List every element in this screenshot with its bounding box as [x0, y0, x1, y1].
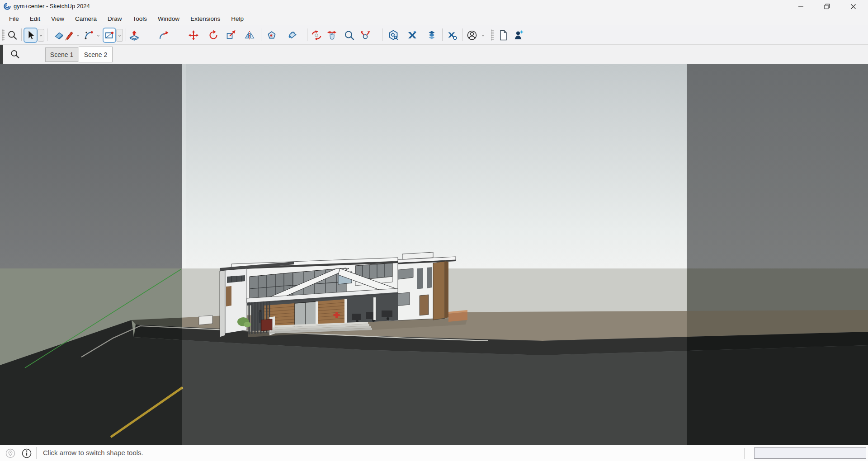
menu-window[interactable]: Window: [152, 14, 185, 24]
title-bar: gym+center - SketchUp 2024: [0, 0, 868, 13]
status-bar: Click arrow to switch shape tools.: [0, 445, 868, 461]
select-dropdown-button[interactable]: [38, 29, 44, 42]
building-model: [199, 252, 467, 337]
restore-button[interactable]: [815, 0, 839, 13]
sky: [0, 64, 868, 277]
tab-scene-1[interactable]: Scene 1: [45, 47, 78, 62]
menu-view[interactable]: View: [46, 14, 70, 24]
pan-tool-icon[interactable]: [326, 29, 338, 42]
chevron-down-icon: [481, 33, 486, 38]
sketchup-logo-icon: [3, 2, 11, 10]
toolbar-separator: [261, 28, 261, 41]
toolbar-separator: [21, 28, 22, 41]
orbit-tool-icon[interactable]: [310, 29, 323, 42]
toolbar-separator: [307, 28, 307, 41]
minimize-button[interactable]: [789, 0, 812, 13]
info-icon[interactable]: [21, 447, 33, 459]
sign-in-icon[interactable]: [466, 29, 478, 42]
add-user-icon[interactable]: [512, 29, 525, 42]
tab-scene-1-label: Scene 1: [50, 51, 73, 58]
search-tool-icon[interactable]: [6, 29, 19, 42]
flip-tool-icon[interactable]: [243, 29, 256, 42]
3d-warehouse-icon[interactable]: [406, 29, 419, 42]
tab-scene-2[interactable]: Scene 2: [79, 47, 113, 62]
zoom-tool-icon[interactable]: [343, 29, 355, 42]
paint-bucket-tool-icon[interactable]: [286, 29, 298, 42]
push-pull-tool-icon[interactable]: [128, 29, 141, 42]
menu-help[interactable]: Help: [226, 14, 249, 24]
measurements-input[interactable]: [754, 447, 866, 459]
freehand-pencil-tool-icon[interactable]: [62, 29, 75, 42]
geolocation-icon[interactable]: [5, 447, 16, 459]
measurements-divider: [744, 448, 745, 459]
extension-manager-icon[interactable]: [446, 29, 458, 42]
toolbar-separator: [126, 28, 126, 41]
toolbar-separator: [442, 28, 443, 41]
follow-me-tool-icon[interactable]: [157, 29, 170, 42]
close-button[interactable]: [841, 0, 865, 13]
menu-tools[interactable]: Tools: [127, 14, 153, 24]
minimize-icon: [798, 4, 804, 9]
status-message: Click arrow to switch shape tools.: [43, 449, 143, 456]
share-model-icon[interactable]: [425, 29, 438, 42]
rectangle-tool-icon[interactable]: [103, 29, 116, 42]
scale-tool-icon[interactable]: [225, 29, 237, 42]
toolbar-separator: [382, 28, 382, 41]
tab-scene-2-label: Scene 2: [84, 51, 107, 58]
menu-edit[interactable]: Edit: [24, 14, 46, 24]
rotate-tool-icon[interactable]: [207, 29, 220, 42]
sign-in-dropdown-button[interactable]: [480, 29, 486, 42]
new-document-icon[interactable]: [497, 29, 509, 42]
eraser-tool-icon[interactable]: [47, 29, 59, 42]
close-icon: [850, 4, 856, 9]
chevron-down-icon: [38, 33, 43, 38]
status-divider: [36, 447, 37, 459]
main-toolbar: [0, 25, 868, 45]
select-tool-icon[interactable]: [24, 29, 37, 42]
toolbar-grip[interactable]: [2, 29, 5, 41]
menu-bar: File Edit View Camera Draw Tools Window …: [0, 13, 868, 25]
offset-tool-icon[interactable]: [265, 29, 278, 42]
arc-dropdown-button[interactable]: [95, 29, 102, 42]
chevron-down-icon: [96, 33, 101, 38]
rectangle-dropdown-button[interactable]: [116, 29, 123, 42]
menu-draw[interactable]: Draw: [102, 14, 127, 24]
panel-edge-stripe: [0, 45, 3, 64]
toolbar-separator: [462, 28, 462, 41]
scene-tab-bar: Scene 1 Scene 2: [0, 45, 868, 64]
chevron-down-icon: [117, 33, 122, 38]
menu-camera[interactable]: Camera: [70, 14, 102, 24]
menu-extensions[interactable]: Extensions: [185, 14, 226, 24]
two-point-arc-tool-icon[interactable]: [83, 29, 95, 42]
restore-icon: [824, 4, 830, 9]
model-canvas[interactable]: [0, 64, 868, 445]
model-viewport[interactable]: [0, 64, 868, 445]
toolbar-grip[interactable]: [491, 29, 494, 41]
chevron-down-icon: [75, 33, 80, 38]
scene-search-icon[interactable]: [10, 49, 20, 59]
menu-file[interactable]: File: [4, 14, 24, 24]
window-title: gym+center - SketchUp 2024: [14, 3, 90, 9]
zoom-extents-tool-icon[interactable]: [359, 29, 372, 42]
pencil-dropdown-button[interactable]: [75, 29, 81, 42]
extension-warehouse-icon[interactable]: [387, 29, 400, 42]
move-tool-icon[interactable]: [187, 29, 200, 42]
